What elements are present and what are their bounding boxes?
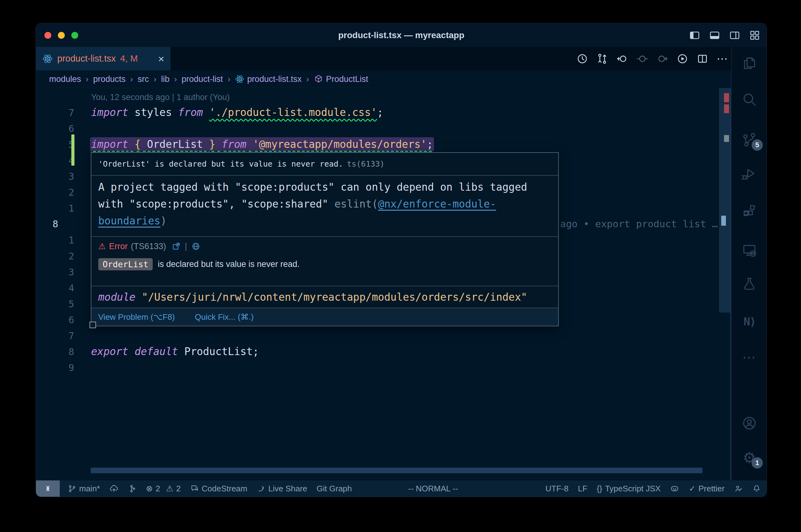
previous-change-icon[interactable] [616,53,628,65]
code-text: export default ProductList; [91,343,259,359]
breadcrumb-item[interactable]: products [93,74,126,84]
tab-product-list[interactable]: product-list.tsx 4, M × [36,47,170,70]
globe-icon[interactable] [192,242,200,251]
open-external-icon[interactable] [172,242,181,251]
settings-badge: 1 [751,457,763,469]
code-row[interactable]: 7 [36,327,719,343]
line-number[interactable]: 7 [36,328,74,344]
line-number[interactable]: 3 [36,169,74,185]
encoding-item[interactable]: UTF-8 [545,484,568,494]
source-control-icon[interactable]: 5 [731,132,767,148]
hover-diagnostics-popup: 'OrderList' is declared but its value is… [91,152,559,326]
change-marker-icon[interactable] [636,53,648,65]
remote-indicator[interactable] [36,480,60,497]
eslint-rule-link[interactable]: boundaries [98,215,161,227]
line-number[interactable]: 2 [36,248,74,264]
live-share-item[interactable]: Live Share [257,484,307,494]
toggle-sidebar-right-icon[interactable] [729,30,740,41]
close-window-button[interactable] [44,32,51,39]
tab-bar: product-list.tsx 4, M × [36,47,767,70]
line-number[interactable]: 5 [36,137,74,153]
line-number[interactable]: 1 [36,201,74,216]
settings-gear-icon[interactable]: ⚙ 1 [731,450,767,466]
errors-icon: ⊗ [146,484,153,493]
tab-label: product-list.tsx [57,54,116,64]
react-icon [42,54,53,64]
line-number[interactable]: 3 [36,264,74,280]
eol-item[interactable]: LF [578,484,587,494]
toggle-panel-icon[interactable] [709,30,720,41]
error-description: is declared but its value is never read. [158,260,299,269]
split-editor-icon[interactable] [696,53,708,65]
line-number[interactable]: 6 [36,312,74,328]
breadcrumb-item[interactable]: lib [161,74,169,84]
code-row[interactable]: 5import { OrderList } from '@myreactapp/… [36,136,719,152]
debug-test-runner-icon[interactable] [731,166,767,182]
minimize-window-button[interactable] [58,32,65,39]
timeline-history-icon[interactable] [576,53,588,65]
more-actions-icon[interactable]: ⋯ [716,56,728,62]
compare-changes-icon[interactable] [596,53,608,65]
quick-fix-link[interactable]: Quick Fix... (⌘.) [195,312,254,322]
line-number[interactable]: 8 [36,344,74,360]
notifications-bell-icon[interactable] [752,484,761,493]
git-branch-item[interactable]: main* [68,484,100,494]
codestream-item[interactable]: CodeStream [190,484,248,494]
view-problem-link[interactable]: View Problem (⌥F8) [98,312,175,322]
code-editor[interactable]: You, 12 seconds ago | 1 author (You)7imp… [36,88,731,480]
close-tab-icon[interactable]: × [158,54,164,64]
breadcrumb-item[interactable]: product-list [181,74,223,84]
warnings-icon: ⚠︎ [166,484,174,493]
commit-graph-icon[interactable] [128,484,136,493]
language-mode-item[interactable]: {} TypeScript JSX [597,484,660,494]
line-number[interactable]: 8 [53,216,58,232]
account-icon[interactable] [731,415,767,431]
horizontal-scrollbar[interactable] [91,468,703,473]
line-number[interactable]: 9 [36,360,74,376]
code-row[interactable]: 8export default ProductList; [36,343,719,359]
line-number[interactable]: 4 [36,280,74,296]
next-change-icon[interactable] [656,53,668,65]
error-code: (TS6133) [131,242,166,251]
symbol-class-icon [314,74,323,84]
line-number[interactable]: 1 [36,232,74,248]
customize-layout-icon[interactable] [749,30,760,41]
code-row[interactable]: 7import styles from './product-list.modu… [36,104,719,120]
nx-console-icon[interactable]: N⟩ [731,313,767,329]
problems-item[interactable]: ⊗ 2 ⚠︎ 2 [146,484,181,494]
breadcrumb-item-symbol[interactable]: ProductList [314,74,368,84]
code-row[interactable]: 6 [36,120,719,136]
line-number[interactable]: 4 [36,153,74,169]
toggle-sidebar-left-icon[interactable] [689,30,700,41]
title-bar[interactable]: product-list.tsx — myreactapp [36,23,767,47]
code-row[interactable]: You, 12 seconds ago | 1 author (You) [36,89,719,104]
explorer-icon[interactable] [731,55,767,71]
git-graph-item[interactable]: Git Graph [317,484,352,494]
breadcrumb-item[interactable]: modules [49,74,81,84]
more-views-icon[interactable]: ⋯ [731,349,767,365]
module-path-row: module "/Users/juri/nrwl/content/myreact… [91,286,558,308]
line-number[interactable]: 7 [36,105,74,121]
copilot-icon[interactable] [670,484,679,493]
run-file-icon[interactable] [676,53,688,65]
test-beaker-icon[interactable] [731,276,767,292]
remote-explorer-icon[interactable] [731,242,767,258]
code-text: import { OrderList } from '@myreactapp/m… [91,136,433,152]
formatter-item[interactable]: ✓ Prettier [689,484,725,494]
sync-cloud-icon[interactable] [109,484,119,493]
status-bar: main* ⊗ 2 ⚠︎ 2 CodeStream Live Share [36,480,767,497]
extensions-icon[interactable] [731,203,767,219]
line-number[interactable]: 2 [36,185,74,201]
line-number[interactable]: 6 [36,121,74,137]
maximize-window-button[interactable] [71,32,78,39]
breadcrumb-item[interactable]: src [138,74,149,84]
eslint-rule-link[interactable]: @nx/enforce-module- [378,198,496,210]
line-number[interactable]: 5 [36,296,74,312]
scrollbar-slider[interactable] [719,88,730,312]
code-row[interactable]: 9 [36,359,719,375]
overview-ruler[interactable] [719,88,731,480]
search-icon[interactable] [731,91,767,108]
breadcrumb-item-file[interactable]: product-list.tsx [235,74,302,84]
accounts-person-icon[interactable] [734,484,743,493]
popup-resize-grip[interactable] [90,322,96,328]
